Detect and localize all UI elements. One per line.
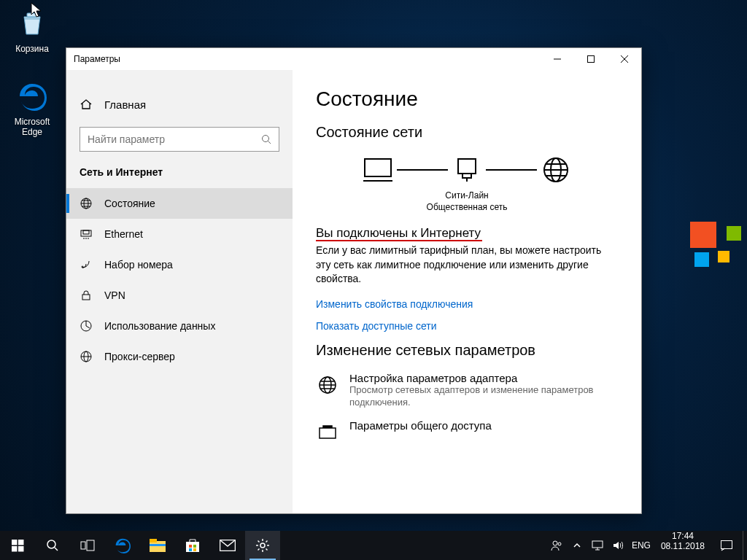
data-usage-icon	[80, 319, 93, 332]
svg-rect-26	[150, 541, 166, 552]
edge-icon	[15, 79, 50, 114]
action-center-button[interactable]	[711, 531, 743, 560]
svg-rect-18	[320, 428, 336, 438]
search-button[interactable]	[35, 531, 70, 560]
globe-icon	[80, 197, 93, 210]
link-change-connection-props[interactable]: Изменить свойства подключения	[316, 298, 618, 310]
connected-heading: Вы подключены к Интернету	[316, 226, 481, 241]
connected-description: Если у вас лимитный тарифный план, вы мо…	[316, 244, 618, 287]
sidebar-item-label: Прокси-сервер	[104, 351, 175, 362]
svg-rect-29	[186, 542, 199, 552]
taskbar-mail[interactable]	[210, 531, 245, 560]
taskbar-settings[interactable]	[245, 531, 280, 560]
sidebar-item-ethernet[interactable]: Ethernet	[66, 219, 293, 249]
option-subtitle: Просмотр сетевых адаптеров и изменение п…	[349, 384, 612, 409]
option-title: Настройка параметров адаптера	[349, 372, 612, 384]
router-icon	[451, 154, 483, 186]
annotation-underline	[316, 240, 482, 241]
svg-rect-39	[721, 541, 732, 549]
sidebar-item-label: VPN	[104, 289, 125, 301]
svg-point-23	[47, 540, 55, 548]
taskbar-explorer[interactable]	[140, 531, 175, 560]
desktop-icon-edge[interactable]: Microsoft Edge	[4, 79, 60, 138]
pc-icon	[362, 154, 394, 186]
sidebar-item-data-usage[interactable]: Использование данных	[66, 311, 293, 341]
svg-rect-21	[12, 546, 18, 552]
svg-rect-1	[588, 56, 595, 63]
option-sharing-settings[interactable]: Параметры общего доступа	[316, 419, 618, 444]
sidebar-item-status[interactable]: Состояние	[66, 188, 293, 219]
svg-point-37	[558, 542, 561, 545]
adapter-icon	[316, 373, 339, 397]
volume-icon[interactable]	[611, 539, 624, 552]
vpn-icon	[80, 289, 93, 302]
globe-icon	[540, 154, 572, 186]
desktop-icon-label: Корзина	[4, 44, 60, 54]
search-input[interactable]	[88, 133, 261, 145]
start-button[interactable]	[0, 531, 35, 560]
svg-rect-32	[189, 548, 192, 551]
svg-rect-20	[18, 540, 24, 545]
sidebar-category: Сеть и Интернет	[66, 166, 293, 188]
titlebar[interactable]: Параметры	[66, 48, 641, 70]
svg-rect-12	[458, 159, 476, 174]
page-title: Состояние	[316, 88, 618, 111]
sidebar-item-label: Состояние	[104, 198, 155, 209]
cursor-icon	[31, 2, 44, 18]
section-heading: Изменение сетевых параметров	[316, 342, 618, 359]
system-tray: ENG	[546, 531, 655, 560]
ethernet-icon	[80, 228, 93, 241]
option-title: Параметры общего доступа	[349, 419, 492, 432]
search-box[interactable]	[80, 127, 279, 152]
svg-rect-7	[82, 295, 90, 300]
dialup-icon	[80, 258, 93, 271]
sidebar-item-vpn[interactable]: VPN	[66, 280, 293, 311]
svg-point-2	[263, 136, 269, 142]
svg-rect-27	[150, 539, 157, 542]
window-title: Параметры	[74, 54, 120, 64]
link-show-available-networks[interactable]: Показать доступные сети	[316, 320, 618, 332]
svg-rect-6	[83, 230, 89, 234]
sidebar-item-label: Набор номера	[104, 259, 173, 271]
home-label: Главная	[104, 98, 146, 111]
close-button[interactable]	[608, 48, 641, 70]
home-button[interactable]: Главная	[66, 92, 293, 117]
section-heading: Состояние сети	[316, 124, 618, 141]
minimize-button[interactable]	[541, 48, 574, 70]
show-desktop-button[interactable]	[743, 531, 747, 560]
svg-point-35	[260, 543, 265, 548]
maximize-button[interactable]	[574, 48, 608, 70]
task-view-button[interactable]	[70, 531, 105, 560]
home-icon	[80, 98, 93, 111]
tray-chevron-up-icon[interactable]	[570, 539, 584, 552]
sidebar-item-dialup[interactable]: Набор номера	[66, 249, 293, 280]
svg-rect-22	[18, 546, 24, 552]
taskbar: ENG 17:44 08.11.2018	[0, 531, 747, 560]
taskbar-edge[interactable]	[105, 531, 140, 560]
taskbar-store[interactable]	[175, 531, 210, 560]
language-indicator[interactable]: ENG	[632, 540, 651, 551]
svg-rect-19	[12, 540, 18, 545]
network-icon[interactable]	[591, 539, 604, 552]
content-pane: Состояние Состояние сети Сити-Лайн Общес…	[293, 70, 641, 513]
sidebar-item-label: Использование данных	[104, 320, 215, 332]
people-icon[interactable]	[550, 539, 563, 552]
svg-rect-38	[592, 541, 603, 548]
svg-rect-11	[365, 159, 391, 176]
svg-rect-13	[462, 174, 471, 178]
sidebar-item-proxy[interactable]: Прокси-сервер	[66, 341, 293, 372]
svg-rect-5	[81, 230, 91, 236]
proxy-icon	[80, 350, 93, 363]
svg-point-36	[553, 541, 557, 545]
search-icon	[261, 134, 271, 144]
svg-rect-30	[189, 545, 192, 548]
windows-logo-accent	[681, 182, 747, 284]
option-adapter-settings[interactable]: Настройка параметров адаптера Просмотр с…	[316, 372, 618, 409]
svg-rect-28	[150, 544, 166, 546]
desktop-icon-label: Microsoft Edge	[4, 117, 60, 138]
clock[interactable]: 17:44 08.11.2018	[655, 531, 711, 560]
network-caption: Сити-Лайн Общественная сеть	[316, 190, 618, 213]
svg-rect-31	[193, 545, 196, 548]
sharing-icon	[316, 421, 339, 444]
sidebar-item-label: Ethernet	[104, 228, 143, 240]
